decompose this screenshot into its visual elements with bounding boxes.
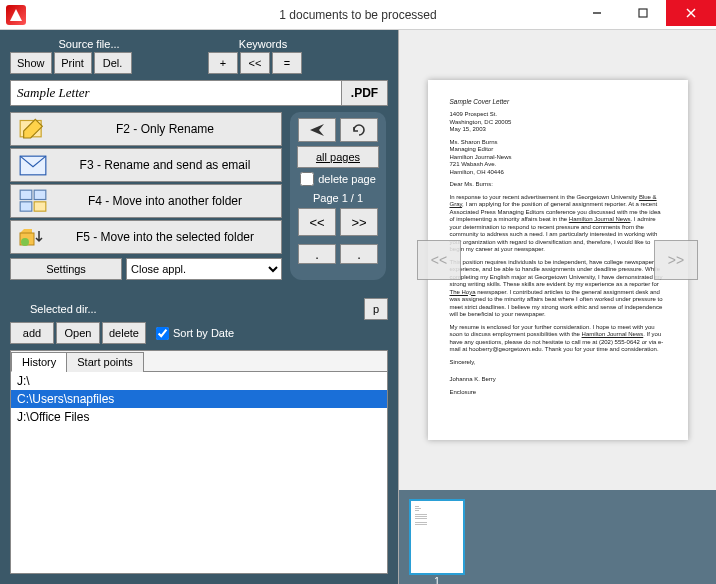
folder-move-icon — [19, 189, 47, 213]
rename-icon — [19, 117, 47, 141]
doc-next-button[interactable]: >> — [654, 240, 698, 280]
app-icon — [6, 5, 26, 25]
svg-rect-6 — [20, 190, 32, 199]
delete-page-checkbox[interactable]: delete page — [300, 172, 376, 186]
keyword-plus-button[interactable]: + — [208, 52, 238, 74]
document-viewer[interactable]: << >> Sample Cover Letter 1409 Prospect … — [399, 30, 716, 490]
close-appl-select[interactable]: Close appl. — [126, 258, 282, 280]
doc-prev-button[interactable]: << — [417, 240, 461, 280]
tab-history[interactable]: History — [11, 352, 67, 372]
history-tabs: History Start points J:\C:\Users\snapfil… — [10, 350, 388, 574]
delete-source-button[interactable]: Del. — [94, 52, 132, 74]
f4-label: F4 - Move into another folder — [57, 194, 273, 208]
right-panel: << >> Sample Cover Letter 1409 Prospect … — [398, 30, 716, 584]
dot-right-button[interactable]: . — [340, 244, 378, 264]
refresh-icon-button[interactable] — [340, 118, 378, 142]
svg-rect-9 — [34, 202, 46, 211]
page-next-button[interactable]: >> — [340, 208, 378, 236]
thumbnail-strip: ▬▬▬▬▬▬▬▬▬▬▬▬▬▬▬▬▬▬▬▬▬▬▬▬▬▬▬▬▬▬▬▬▬▬▬▬▬ 1 — [399, 490, 716, 584]
f2-rename-button[interactable]: F2 - Only Rename — [10, 112, 282, 146]
svg-rect-1 — [639, 9, 647, 17]
print-button[interactable]: Print — [54, 52, 92, 74]
p-button[interactable]: p — [364, 298, 388, 320]
f2-label: F2 - Only Rename — [57, 122, 273, 136]
keywords-label: Keywords — [208, 38, 318, 50]
thumb-number: 1 — [411, 576, 463, 584]
list-item[interactable]: C:\Users\snapfiles — [11, 390, 387, 408]
svg-rect-8 — [20, 202, 32, 211]
minimize-button[interactable] — [574, 0, 620, 26]
settings-button[interactable]: Settings — [10, 258, 122, 280]
tab-start-points[interactable]: Start points — [66, 352, 144, 372]
sort-label: Sort by Date — [173, 327, 234, 339]
f5-move-selected-button[interactable]: F5 - Move into the selected folder — [10, 220, 282, 254]
show-button[interactable]: Show — [10, 52, 52, 74]
delete-dir-button[interactable]: delete — [102, 322, 146, 344]
svg-point-11 — [21, 238, 29, 246]
titlebar: 1 documents to be processed — [0, 0, 716, 30]
maximize-button[interactable] — [620, 0, 666, 26]
sort-check-input[interactable] — [156, 327, 169, 340]
f3-email-button[interactable]: F3 - Rename and send as email — [10, 148, 282, 182]
f5-label: F5 - Move into the selected folder — [57, 230, 273, 244]
list-item[interactable]: J:\ — [11, 372, 387, 390]
keyword-back-button[interactable]: << — [240, 52, 270, 74]
plane-icon-button[interactable] — [298, 118, 336, 142]
close-button[interactable] — [666, 0, 716, 26]
thumbnail-1[interactable]: ▬▬▬▬▬▬▬▬▬▬▬▬▬▬▬▬▬▬▬▬▬▬▬▬▬▬▬▬▬▬▬▬▬▬▬▬▬ 1 — [409, 499, 465, 575]
filename-input[interactable] — [10, 80, 342, 106]
page-prev-button[interactable]: << — [298, 208, 336, 236]
add-dir-button[interactable]: add — [10, 322, 54, 344]
page-panel: all pages delete page Page 1 / 1 << >> .… — [290, 112, 386, 280]
source-file-label: Source file... — [10, 38, 168, 50]
all-pages-button[interactable]: all pages — [297, 146, 379, 168]
selected-dir-label: Selected dir... — [10, 303, 130, 315]
document-page: Sample Cover Letter 1409 Prospect St.Was… — [428, 80, 688, 440]
page-indicator: Page 1 / 1 — [313, 192, 363, 204]
left-panel: Source file... Show Print Del. Keywords … — [0, 30, 398, 584]
history-list[interactable]: J:\C:\Users\snapfilesJ:\Office Files — [11, 372, 387, 573]
sort-by-date-checkbox[interactable]: Sort by Date — [156, 327, 234, 340]
list-item[interactable]: J:\Office Files — [11, 408, 387, 426]
f4-move-button[interactable]: F4 - Move into another folder — [10, 184, 282, 218]
open-dir-button[interactable]: Open — [56, 322, 100, 344]
extension-label: .PDF — [342, 80, 388, 106]
keyword-eq-button[interactable]: = — [272, 52, 302, 74]
svg-rect-7 — [34, 190, 46, 199]
dot-left-button[interactable]: . — [298, 244, 336, 264]
delete-page-label: delete page — [318, 173, 376, 185]
folder-selected-icon — [19, 225, 47, 249]
f3-label: F3 - Rename and send as email — [57, 158, 273, 172]
email-icon — [19, 153, 47, 177]
delete-page-check-input[interactable] — [300, 172, 314, 186]
